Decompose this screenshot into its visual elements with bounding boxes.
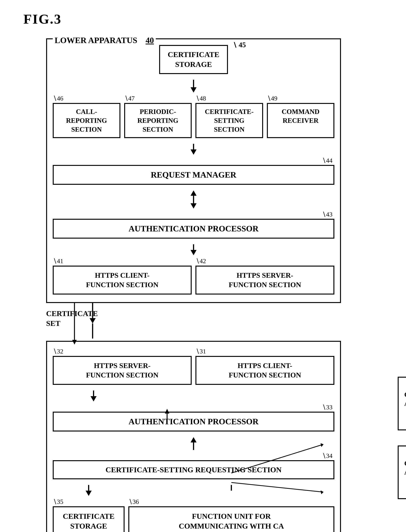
upper-apparatus-box: ∖32 ∖31 HTTPS SERVER-FUNCTION SECTION HT… — [46, 341, 341, 532]
upper-apparatus-wrapper: ∖32 ∖31 HTTPS SERVER-FUNCTION SECTION HT… — [23, 341, 383, 532]
lower-https-client-box: HTTPS CLIENT-FUNCTION SECTION — [53, 266, 192, 295]
ua-auth-area: ∖33 AUTHENTICATION PROCESSOR — [53, 403, 334, 432]
arrow-ua-auth-cert — [53, 437, 334, 450]
first-ca-area: 10 ∠ FIRSTCERTIFICATEAUTHORITY(FIRST CA) — [398, 360, 406, 430]
upper-https-client-box: HTTPS CLIENT-FUNCTION SECTION — [196, 356, 334, 385]
auth-processor-area: ∖43 AUTHENTICATION PROCESSOR — [53, 210, 334, 239]
gap-section: CERTIFICATESET — [46, 303, 383, 341]
diagram-container: FIG.3 LOWER APPARATUS 40 CERTIFICATESTOR… — [23, 11, 383, 532]
cert-storage-box-45: CERTIFICATESTORAGE ∖ 45 — [159, 45, 228, 74]
second-ca-box: SECONDCERTIFICATEAUTHORITY(SECOND CA) — [398, 446, 406, 499]
page-title: FIG.3 — [23, 11, 383, 27]
ua-func-unit-box: FUNCTION UNIT FORCOMMUNICATING WITH CA — [128, 506, 334, 532]
auth-processor-box: AUTHENTICATION PROCESSOR — [53, 219, 334, 239]
https-row-area: ∖41 ∖42 HTTPS CLIENT-FUNCTION SECTION HT… — [53, 257, 334, 295]
arrow-auth-https — [53, 244, 334, 255]
arrow-req-auth — [53, 191, 334, 209]
ua-bottom-row-area: ∖35 ∖36 CERTIFICATESTORAGE FUNCTION UNIT… — [53, 498, 334, 532]
ref-labels-row: ∖46 ∖47 ∖48 ∖49 — [53, 94, 334, 102]
command-receiver-section: COMMANDRECEIVER — [267, 103, 334, 138]
first-ca-box: FIRSTCERTIFICATEAUTHORITY(FIRST CA) — [398, 377, 406, 430]
upper-https-server-box: HTTPS SERVER-FUNCTION SECTION — [53, 356, 192, 385]
periodic-reporting-section: PERIODIC-REPORTINGSECTION — [124, 103, 192, 138]
ua-auth-processor-box: AUTHENTICATION PROCESSOR — [53, 412, 334, 432]
certificate-setting-section: CERTIFICATE-SETTINGSECTION — [196, 103, 263, 138]
cert-storage-top-area: CERTIFICATESTORAGE ∖ 45 — [53, 45, 334, 74]
lower-apparatus-box: LOWER APPARATUS 40 CERTIFICATESTORAGE ∖ … — [46, 38, 341, 303]
request-manager-box: REQUEST MANAGER — [53, 165, 334, 185]
cert-setting-req-box: CERTIFICATE-SETTING REQUESTING SECTION — [53, 460, 334, 479]
arrow-ua-https-auth — [53, 390, 334, 401]
second-ca-area: SECONDCERTIFICATEAUTHORITY(SECOND CA) ∠ … — [398, 446, 406, 517]
req-mgr-area: ∖44 REQUEST MANAGER — [53, 157, 334, 185]
arrows-to-bottom-row — [53, 485, 334, 496]
cert-setting-req-area: ∖34 CERTIFICATE-SETTING REQUESTING SECTI… — [53, 452, 334, 479]
arrow-to-req-mgr — [53, 144, 334, 155]
lower-https-server-box: HTTPS SERVER-FUNCTION SECTION — [196, 266, 334, 295]
lower-apparatus-label: LOWER APPARATUS 40 — [53, 35, 156, 45]
arrow-cert-storage-down — [53, 80, 334, 92]
arrow-between-boxes — [90, 303, 96, 339]
ua-https-area: ∖32 ∖31 HTTPS SERVER-FUNCTION SECTION HT… — [53, 348, 334, 385]
ca-column: 10 ∠ FIRSTCERTIFICATEAUTHORITY(FIRST CA)… — [398, 360, 406, 517]
four-boxes-area: ∖46 ∖47 ∖48 ∖49 CALL-REPORTINGSECTION PE… — [53, 94, 334, 138]
call-reporting-section: CALL-REPORTINGSECTION — [53, 103, 120, 138]
ua-cert-storage-box: CERTIFICATESTORAGE — [53, 506, 124, 532]
